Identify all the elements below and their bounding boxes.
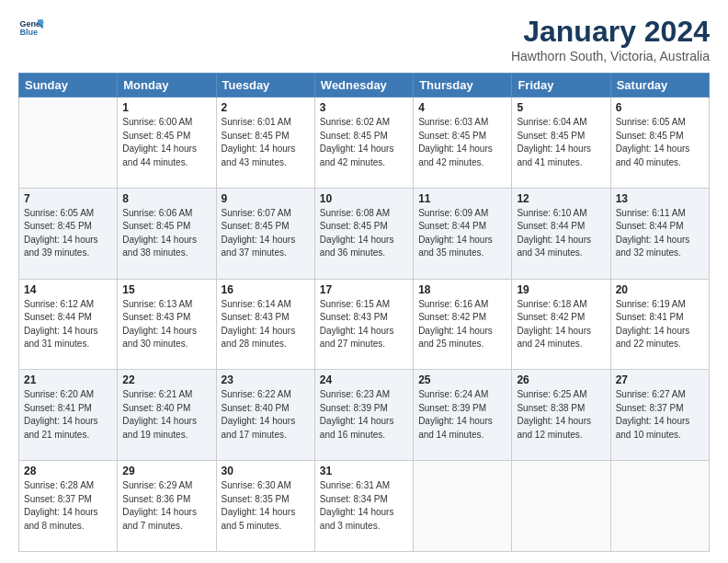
calendar-cell: 6Sunrise: 6:05 AM Sunset: 8:45 PM Daylig…	[610, 98, 709, 189]
day-number: 1	[122, 101, 210, 114]
day-info: Sunrise: 6:02 AM Sunset: 8:45 PM Dayligh…	[320, 116, 408, 169]
calendar-cell: 11Sunrise: 6:09 AM Sunset: 8:44 PM Dayli…	[414, 188, 512, 279]
subtitle: Hawthorn South, Victoria, Australia	[511, 49, 710, 63]
col-friday: Friday	[512, 74, 610, 98]
col-sunday: Sunday	[19, 74, 118, 98]
day-info: Sunrise: 6:12 AM Sunset: 8:44 PM Dayligh…	[24, 298, 112, 351]
day-number: 8	[122, 192, 210, 205]
calendar-cell: 29Sunrise: 6:29 AM Sunset: 8:36 PM Dayli…	[118, 461, 216, 552]
day-number: 4	[418, 101, 506, 114]
calendar-cell: 13Sunrise: 6:11 AM Sunset: 8:44 PM Dayli…	[610, 188, 709, 279]
calendar-cell: 3Sunrise: 6:02 AM Sunset: 8:45 PM Daylig…	[314, 98, 413, 189]
day-number: 6	[616, 101, 704, 114]
calendar-cell: 30Sunrise: 6:30 AM Sunset: 8:35 PM Dayli…	[216, 461, 314, 552]
svg-text:Blue: Blue	[19, 28, 38, 37]
day-info: Sunrise: 6:16 AM Sunset: 8:42 PM Dayligh…	[418, 298, 506, 351]
calendar-cell	[19, 98, 118, 189]
title-section: January 2024 Hawthorn South, Victoria, A…	[511, 15, 710, 63]
calendar-cell: 7Sunrise: 6:05 AM Sunset: 8:45 PM Daylig…	[19, 188, 118, 279]
day-info: Sunrise: 6:25 AM Sunset: 8:38 PM Dayligh…	[517, 388, 605, 442]
calendar-cell: 16Sunrise: 6:14 AM Sunset: 8:43 PM Dayli…	[216, 279, 314, 370]
day-info: Sunrise: 6:19 AM Sunset: 8:41 PM Dayligh…	[616, 298, 704, 351]
day-info: Sunrise: 6:24 AM Sunset: 8:39 PM Dayligh…	[418, 388, 506, 442]
day-info: Sunrise: 6:20 AM Sunset: 8:41 PM Dayligh…	[24, 388, 112, 442]
col-monday: Monday	[118, 74, 216, 98]
day-info: Sunrise: 6:27 AM Sunset: 8:37 PM Dayligh…	[616, 388, 704, 442]
calendar-cell: 10Sunrise: 6:08 AM Sunset: 8:45 PM Dayli…	[314, 188, 413, 279]
calendar-cell: 31Sunrise: 6:31 AM Sunset: 8:34 PM Dayli…	[314, 461, 413, 552]
day-number: 2	[222, 101, 310, 114]
day-info: Sunrise: 6:11 AM Sunset: 8:44 PM Dayligh…	[616, 207, 704, 260]
day-number: 13	[616, 192, 704, 205]
day-number: 20	[616, 283, 704, 296]
header: General Blue January 2024 Hawthorn South…	[18, 15, 710, 63]
calendar-cell: 20Sunrise: 6:19 AM Sunset: 8:41 PM Dayli…	[610, 279, 709, 370]
col-saturday: Saturday	[610, 74, 709, 98]
day-number: 22	[122, 373, 210, 386]
calendar-cell: 28Sunrise: 6:28 AM Sunset: 8:37 PM Dayli…	[19, 461, 118, 552]
day-number: 24	[320, 373, 408, 386]
day-info: Sunrise: 6:28 AM Sunset: 8:37 PM Dayligh…	[24, 479, 112, 533]
day-number: 15	[122, 283, 210, 296]
day-info: Sunrise: 6:15 AM Sunset: 8:43 PM Dayligh…	[320, 298, 408, 351]
calendar-cell: 1Sunrise: 6:00 AM Sunset: 8:45 PM Daylig…	[118, 98, 216, 189]
calendar-cell: 8Sunrise: 6:06 AM Sunset: 8:45 PM Daylig…	[118, 188, 216, 279]
day-number: 29	[122, 465, 210, 477]
day-info: Sunrise: 6:10 AM Sunset: 8:44 PM Dayligh…	[517, 207, 605, 260]
calendar-cell	[414, 461, 512, 552]
calendar-cell: 5Sunrise: 6:04 AM Sunset: 8:45 PM Daylig…	[512, 98, 610, 189]
day-number: 16	[222, 283, 310, 296]
day-number: 21	[24, 373, 112, 386]
day-number: 11	[418, 192, 506, 205]
day-number: 28	[24, 465, 112, 477]
week-row-1: 1Sunrise: 6:00 AM Sunset: 8:45 PM Daylig…	[19, 98, 710, 189]
col-tuesday: Tuesday	[216, 74, 314, 98]
day-number: 12	[517, 192, 605, 205]
day-info: Sunrise: 6:22 AM Sunset: 8:40 PM Dayligh…	[222, 388, 310, 442]
calendar-cell	[610, 461, 709, 552]
col-thursday: Thursday	[414, 74, 512, 98]
calendar-table: Sunday Monday Tuesday Wednesday Thursday…	[18, 73, 710, 552]
day-number: 18	[418, 283, 506, 296]
day-number: 14	[24, 283, 112, 296]
day-number: 5	[517, 101, 605, 114]
calendar-cell: 9Sunrise: 6:07 AM Sunset: 8:45 PM Daylig…	[216, 188, 314, 279]
day-number: 23	[222, 373, 310, 386]
calendar-cell: 4Sunrise: 6:03 AM Sunset: 8:45 PM Daylig…	[414, 98, 512, 189]
calendar-cell: 24Sunrise: 6:23 AM Sunset: 8:39 PM Dayli…	[314, 370, 413, 461]
logo-icon: General Blue	[18, 15, 44, 40]
calendar-cell: 27Sunrise: 6:27 AM Sunset: 8:37 PM Dayli…	[610, 370, 709, 461]
day-info: Sunrise: 6:31 AM Sunset: 8:34 PM Dayligh…	[320, 479, 408, 533]
calendar-cell: 14Sunrise: 6:12 AM Sunset: 8:44 PM Dayli…	[19, 279, 118, 370]
day-number: 9	[222, 192, 310, 205]
day-info: Sunrise: 6:18 AM Sunset: 8:42 PM Dayligh…	[517, 298, 605, 351]
page: General Blue January 2024 Hawthorn South…	[0, 0, 728, 563]
day-number: 19	[517, 283, 605, 296]
calendar-cell: 2Sunrise: 6:01 AM Sunset: 8:45 PM Daylig…	[216, 98, 314, 189]
day-info: Sunrise: 6:21 AM Sunset: 8:40 PM Dayligh…	[122, 388, 210, 442]
calendar-cell: 21Sunrise: 6:20 AM Sunset: 8:41 PM Dayli…	[19, 370, 118, 461]
day-info: Sunrise: 6:30 AM Sunset: 8:35 PM Dayligh…	[222, 479, 310, 533]
day-info: Sunrise: 6:00 AM Sunset: 8:45 PM Dayligh…	[122, 116, 210, 169]
day-info: Sunrise: 6:05 AM Sunset: 8:45 PM Dayligh…	[24, 207, 112, 260]
day-info: Sunrise: 6:08 AM Sunset: 8:45 PM Dayligh…	[320, 207, 408, 260]
day-number: 25	[418, 373, 506, 386]
header-row: Sunday Monday Tuesday Wednesday Thursday…	[19, 74, 710, 98]
calendar-cell: 23Sunrise: 6:22 AM Sunset: 8:40 PM Dayli…	[216, 370, 314, 461]
day-info: Sunrise: 6:23 AM Sunset: 8:39 PM Dayligh…	[320, 388, 408, 442]
day-number: 26	[517, 373, 605, 386]
day-info: Sunrise: 6:05 AM Sunset: 8:45 PM Dayligh…	[616, 116, 704, 169]
day-number: 31	[320, 465, 408, 477]
calendar-cell: 12Sunrise: 6:10 AM Sunset: 8:44 PM Dayli…	[512, 188, 610, 279]
calendar-cell: 25Sunrise: 6:24 AM Sunset: 8:39 PM Dayli…	[414, 370, 512, 461]
calendar-cell: 22Sunrise: 6:21 AM Sunset: 8:40 PM Dayli…	[118, 370, 216, 461]
day-number: 3	[320, 101, 408, 114]
day-info: Sunrise: 6:13 AM Sunset: 8:43 PM Dayligh…	[122, 298, 210, 351]
day-info: Sunrise: 6:01 AM Sunset: 8:45 PM Dayligh…	[222, 116, 310, 169]
day-info: Sunrise: 6:04 AM Sunset: 8:45 PM Dayligh…	[517, 116, 605, 169]
day-number: 30	[222, 465, 310, 477]
calendar-cell: 17Sunrise: 6:15 AM Sunset: 8:43 PM Dayli…	[314, 279, 413, 370]
calendar-cell: 18Sunrise: 6:16 AM Sunset: 8:42 PM Dayli…	[414, 279, 512, 370]
day-number: 17	[320, 283, 408, 296]
week-row-3: 14Sunrise: 6:12 AM Sunset: 8:44 PM Dayli…	[19, 279, 710, 370]
